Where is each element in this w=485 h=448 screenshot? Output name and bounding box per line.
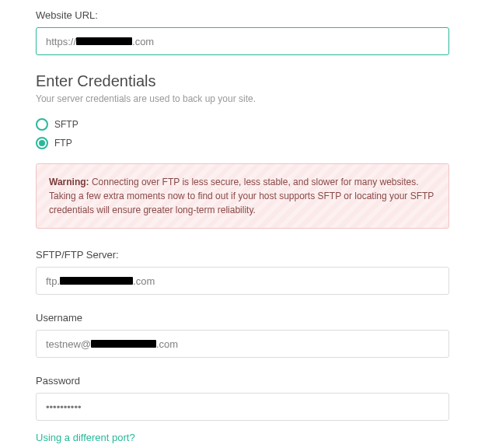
server-suffix: .com [133,275,155,287]
protocol-radio-group: SFTP FTP [36,118,449,149]
url-prefix: https:// [46,36,76,47]
server-input[interactable]: ftp. .com [36,267,449,295]
server-label: SFTP/FTP Server: [36,249,449,261]
radio-label-ftp: FTP [54,138,72,149]
radio-icon [36,137,48,149]
credentials-form: Website URL: https:// .com Enter Credent… [0,0,485,443]
url-suffix: .com [132,36,154,47]
server-redacted [60,277,133,285]
server-prefix: ftp. [46,275,60,287]
password-input[interactable] [36,393,449,421]
different-port-link[interactable]: Using a different port? [36,432,135,443]
radio-icon [36,118,48,131]
credentials-title: Enter Credentials [36,72,449,90]
protocol-option-sftp[interactable]: SFTP [36,118,449,131]
protocol-option-ftp[interactable]: FTP [36,137,449,149]
website-url-input[interactable]: https:// .com [36,27,449,55]
username-redacted [91,340,156,348]
username-suffix: .com [156,338,178,350]
ftp-warning: Warning: Connecting over FTP is less sec… [36,163,449,229]
url-redacted [76,37,132,45]
password-block: Password [36,375,449,421]
warning-prefix: Warning: [49,177,89,187]
username-prefix: testnew@ [46,338,91,350]
username-block: Username testnew@ .com [36,312,449,358]
website-url-label: Website URL: [36,9,449,21]
password-label: Password [36,375,449,387]
website-url-block: Website URL: https:// .com [36,9,449,55]
warning-body: Connecting over FTP is less secure, less… [49,177,434,215]
credentials-subtitle: Your server credentials are used to back… [36,93,449,104]
username-label: Username [36,312,449,324]
radio-label-sftp: SFTP [54,119,79,130]
server-block: SFTP/FTP Server: ftp. .com [36,249,449,295]
username-input[interactable]: testnew@ .com [36,330,449,358]
